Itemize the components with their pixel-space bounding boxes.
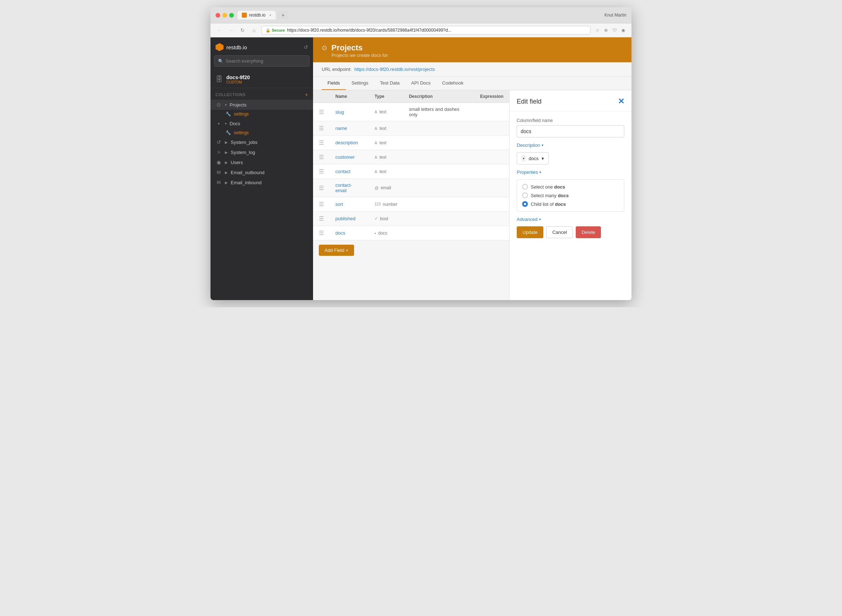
tab-settings[interactable]: Settings [346, 77, 374, 90]
radio-child-list[interactable] [522, 201, 528, 207]
description-toggle[interactable]: Description ▾ [517, 142, 624, 148]
address-icons: ☆ ⊕ 🛡 ◉ [594, 27, 626, 34]
sidebar-item-projects-settings[interactable]: 🔧 settings [210, 110, 313, 118]
back-btn[interactable]: ← [216, 26, 223, 34]
users-arrow: ▶ [225, 160, 228, 164]
table-row: ☰ contact-email @ email [313, 179, 509, 197]
shield-icon[interactable]: 🛡 [611, 27, 618, 34]
radio-select-one[interactable] [522, 184, 528, 190]
radio-row-select-one: Select one docs [522, 184, 619, 190]
collections-header: Collections + [210, 88, 313, 100]
field-link-name[interactable]: name [335, 126, 347, 131]
sidebar-item-docs[interactable]: ▪ ▾ Docs [210, 118, 313, 128]
field-link-sort[interactable]: sort [335, 201, 343, 207]
properties-toggle[interactable]: Properties ▾ [517, 169, 624, 175]
field-link-slug[interactable]: slug [335, 109, 344, 115]
row-drag-handle[interactable]: ☰ [313, 150, 330, 164]
search-box[interactable]: 🔍 Search everything [214, 56, 310, 67]
field-link-docs[interactable]: docs [335, 230, 345, 236]
database-info: 🗄 docs-9f20 custom [210, 71, 313, 88]
maximize-window-btn[interactable] [229, 13, 234, 18]
browser-tab[interactable]: restdb.io × [238, 11, 276, 19]
update-btn[interactable]: Update [517, 226, 543, 238]
radio-select-one-label: Select one docs [531, 184, 565, 190]
docs-arrow: ▾ [225, 122, 227, 126]
db-badge: custom [226, 80, 250, 84]
search-placeholder: Search everything [226, 58, 263, 64]
field-link-published[interactable]: published [335, 216, 355, 221]
tab-test-data[interactable]: Test Data [374, 77, 406, 90]
sidebar-item-users[interactable]: ◉ ▶ Users [210, 157, 313, 167]
type-selector[interactable]: ▪ docs ▾ [517, 152, 549, 164]
tab-fields[interactable]: Fields [322, 77, 346, 90]
email-outbound-arrow: ▶ [225, 170, 228, 175]
row-drag-handle[interactable]: ☰ [313, 103, 330, 121]
system-log-arrow: ▶ [225, 150, 228, 154]
url-link[interactable]: https://docs-9f20.restdb.io/rest/project… [354, 67, 435, 72]
row-drag-handle[interactable]: ☰ [313, 164, 330, 179]
cancel-btn[interactable]: Cancel [546, 226, 573, 238]
projects-arrow: ▾ [225, 103, 227, 107]
tab-close-btn[interactable]: × [269, 13, 271, 17]
database-icon: 🗄 [216, 75, 223, 84]
sidebar-item-projects[interactable]: ⊙ ▾ Projects [210, 100, 313, 110]
radio-select-many[interactable] [522, 192, 528, 198]
field-type-cell: A text [369, 164, 403, 179]
field-name-cell: name [330, 121, 369, 136]
row-drag-handle[interactable]: ☰ [313, 197, 330, 211]
user-name: Knut Martin [604, 13, 626, 18]
advanced-arrow-icon: ▾ [539, 217, 541, 221]
field-name-input[interactable] [517, 125, 624, 138]
radio-child-list-label: Child list of docs [531, 201, 566, 207]
row-drag-handle[interactable]: ☰ [313, 226, 330, 241]
sidebar-item-email-outbound[interactable]: ✉ ▶ Email_outbound [210, 167, 313, 177]
table-row: ☰ slug A text small letters and dashes o… [313, 103, 509, 121]
sidebar-item-email-inbound[interactable]: ✉ ▶ Email_inbound [210, 177, 313, 188]
row-drag-handle[interactable]: ☰ [313, 211, 330, 226]
add-collection-btn[interactable]: + [305, 92, 308, 98]
fields-area: Name Type Description Expression ☰ slug … [313, 90, 509, 300]
delete-btn[interactable]: Delete [576, 226, 601, 238]
field-expr-cell [474, 197, 509, 211]
add-field-btn[interactable]: Add Field + [319, 245, 354, 256]
address-bar[interactable]: 🔒 Secure https://docs-9f20.restdb.io/hom… [262, 26, 590, 35]
system-log-label: System_log [231, 150, 255, 155]
extensions-icon[interactable]: ⊕ [603, 27, 609, 34]
sidebar-item-docs-settings[interactable]: 🔧 settings [210, 128, 313, 137]
close-window-btn[interactable] [216, 13, 220, 18]
field-link-contact-email[interactable]: contact-email [335, 182, 352, 193]
star-icon[interactable]: ☆ [594, 27, 601, 34]
tab-api-docs[interactable]: API Docs [406, 77, 436, 90]
system-jobs-arrow: ▶ [225, 140, 228, 144]
refresh-icon[interactable]: ↺ [304, 44, 308, 50]
minimize-window-btn[interactable] [222, 13, 227, 18]
system-jobs-icon: ↺ [216, 139, 222, 145]
row-drag-handle[interactable]: ☰ [313, 136, 330, 150]
main-content: ⊙ Projects Projects we create docs for U… [313, 37, 632, 300]
close-panel-btn[interactable]: ✕ [618, 97, 624, 106]
forward-btn[interactable]: → [227, 26, 235, 34]
reload-btn[interactable]: ↻ [239, 26, 246, 34]
field-type-cell: A text [369, 103, 403, 121]
field-link-contact[interactable]: contact [335, 169, 351, 174]
rss-icon[interactable]: ◉ [620, 27, 626, 34]
sidebar-item-system-log[interactable]: > ▶ System_log [210, 147, 313, 157]
field-expr-cell [474, 226, 509, 241]
advanced-toggle[interactable]: Advanced ▾ [517, 217, 624, 222]
row-drag-handle[interactable]: ☰ [313, 121, 330, 136]
tab-codehook[interactable]: Codehook [436, 77, 469, 90]
field-expr-cell [474, 150, 509, 164]
col-expression: Expression [474, 90, 509, 103]
field-desc-cell [403, 179, 474, 197]
new-tab-btn[interactable]: + [278, 11, 288, 19]
row-drag-handle[interactable]: ☰ [313, 179, 330, 197]
url-label: URL endpoint: [322, 67, 352, 72]
home-btn[interactable]: ⌂ [250, 26, 258, 34]
field-name-cell: contact-email [330, 179, 369, 197]
header-info: Projects Projects we create docs for [332, 43, 388, 58]
sidebar-item-system-jobs[interactable]: ↺ ▶ System_jobs [210, 137, 313, 147]
field-name-label: Column/field name [517, 118, 624, 123]
radio-row-child-list: Child list of docs [522, 201, 619, 207]
field-link-description[interactable]: description [335, 140, 358, 145]
field-link-customer[interactable]: customer [335, 154, 354, 160]
